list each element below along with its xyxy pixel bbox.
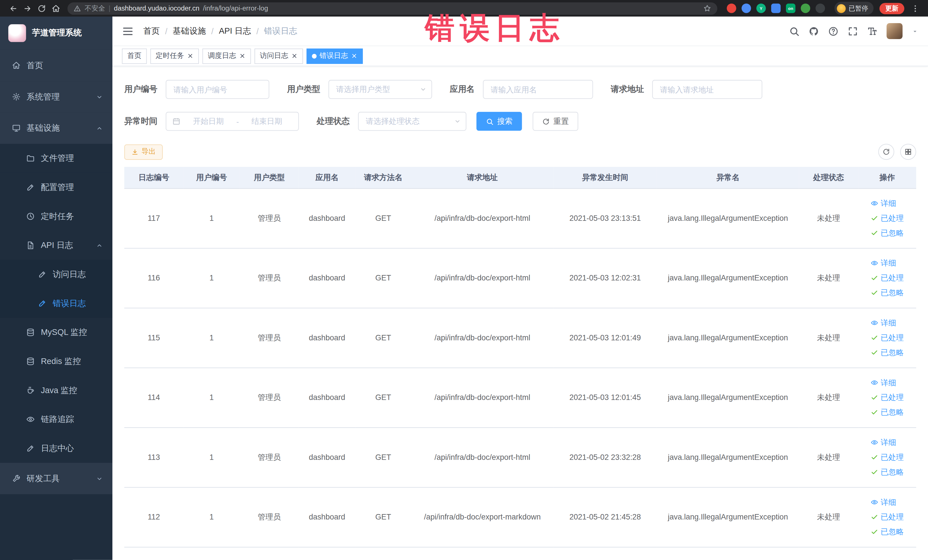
sidebar-item-java[interactable]: Java 监控 xyxy=(0,376,112,405)
table-row: 1141管理员dashboardGET/api/infra/db-doc/exp… xyxy=(124,368,916,427)
column-settings-button[interactable] xyxy=(900,144,916,160)
export-button[interactable]: 导出 xyxy=(124,144,163,159)
extension-icon-on-badge[interactable]: on xyxy=(786,3,795,13)
caret-down-icon[interactable] xyxy=(911,27,919,35)
detail-link[interactable]: 详细 xyxy=(871,495,904,510)
sidebar-item-infra[interactable]: 基础设施 xyxy=(0,112,112,144)
detail-link[interactable]: 详细 xyxy=(871,316,904,330)
refresh-table-button[interactable] xyxy=(878,144,894,160)
browser-home-button[interactable] xyxy=(49,1,63,15)
process-status-label: 处理状态 xyxy=(317,116,350,127)
mark-ignored-link[interactable]: 已忽略 xyxy=(871,225,904,240)
db-icon xyxy=(26,357,35,366)
date-range-picker[interactable]: 开始日期 - 结束日期 xyxy=(166,112,299,131)
detail-link[interactable]: 详细 xyxy=(871,435,904,450)
column-header-method: 请求方法名 xyxy=(355,167,411,188)
browser-reload-button[interactable] xyxy=(34,1,49,15)
detail-link[interactable]: 详细 xyxy=(871,196,904,211)
sidebar-item-access-log[interactable]: 访问日志 xyxy=(0,260,112,289)
table-toolbar: 导出 xyxy=(124,144,916,160)
extension-icon-green-tree[interactable] xyxy=(801,3,810,13)
logo-avatar xyxy=(8,24,26,42)
mark-processed-link[interactable]: 已处理 xyxy=(871,211,904,226)
action-label: 详细 xyxy=(881,196,896,211)
mark-processed-link[interactable]: 已处理 xyxy=(871,450,904,465)
breadcrumb-item[interactable]: 基础设施 xyxy=(173,26,206,36)
close-tab-icon[interactable] xyxy=(351,53,357,60)
sidebar-item-system[interactable]: 系统管理 xyxy=(0,81,112,112)
close-tab-icon[interactable] xyxy=(239,53,246,60)
extension-icon-blue-grid[interactable] xyxy=(771,3,780,13)
edit-icon xyxy=(38,299,47,308)
mark-ignored-link[interactable]: 已忽略 xyxy=(871,345,904,360)
browser-menu-button[interactable] xyxy=(908,1,922,15)
tab-error-log[interactable]: 错误日志 xyxy=(307,48,363,64)
extension-icon-red[interactable] xyxy=(727,3,736,13)
mark-ignored-link[interactable]: 已忽略 xyxy=(871,285,904,300)
eye-icon xyxy=(871,259,878,267)
sidebar-item-file[interactable]: 文件管理 xyxy=(0,144,112,173)
cell-status: 未处理 xyxy=(799,248,858,308)
tab-home[interactable]: 首页 xyxy=(122,48,147,64)
check-icon xyxy=(871,513,878,521)
search-icon[interactable] xyxy=(789,26,799,36)
font-size-icon[interactable] xyxy=(867,26,878,36)
sidebar-item-redis[interactable]: Redis 监控 xyxy=(0,347,112,376)
user-avatar[interactable] xyxy=(887,23,903,39)
mark-processed-link[interactable]: 已处理 xyxy=(871,330,904,345)
hamburger-menu-icon[interactable] xyxy=(122,25,133,37)
app-name-input[interactable] xyxy=(483,80,593,99)
breadcrumb-item[interactable]: 首页 xyxy=(143,26,160,36)
eye-icon xyxy=(26,415,35,424)
mark-ignored-link[interactable]: 已忽略 xyxy=(871,524,904,539)
mark-ignored-link[interactable]: 已忽略 xyxy=(871,465,904,479)
browser-update-button[interactable]: 更新 xyxy=(879,3,904,14)
fullscreen-icon[interactable] xyxy=(847,26,858,36)
mark-processed-link[interactable]: 已处理 xyxy=(871,270,904,285)
cell-actions: 详细已处理已忽略 xyxy=(858,248,916,308)
cell-app-name: dashboard xyxy=(299,427,355,487)
check-icon xyxy=(871,453,878,461)
github-icon[interactable] xyxy=(809,26,819,36)
search-button[interactable]: 搜索 xyxy=(476,112,522,131)
reset-button[interactable]: 重置 xyxy=(533,112,578,131)
extension-icon-dark-paw[interactable] xyxy=(816,3,825,13)
sidebar-item-error-log[interactable]: 错误日志 xyxy=(0,289,112,318)
tab-job-log[interactable]: 调度日志 xyxy=(203,48,251,64)
help-icon[interactable] xyxy=(828,26,838,36)
sidebar-item-mysql[interactable]: MySQL 监控 xyxy=(0,318,112,347)
edit-icon xyxy=(26,183,35,192)
tab-access-log[interactable]: 访问日志 xyxy=(255,48,303,64)
request-url-input[interactable] xyxy=(652,80,762,99)
address-bar[interactable]: 不安全 | dashboard.yudao.iocoder.cn/infra/l… xyxy=(68,2,717,15)
mark-processed-link[interactable]: 已处理 xyxy=(871,510,904,524)
mark-processed-link[interactable]: 已处理 xyxy=(871,390,904,405)
cell-user-id: 1 xyxy=(183,368,240,427)
detail-link[interactable]: 详细 xyxy=(871,256,904,270)
extension-icon-blue-drop[interactable] xyxy=(742,3,751,13)
sidebar-item-trace[interactable]: 链路追踪 xyxy=(0,405,112,434)
extension-icon-teal-y[interactable]: Y xyxy=(756,3,766,13)
sidebar-item-home[interactable]: 首页 xyxy=(0,50,112,81)
sidebar-item-job[interactable]: 定时任务 xyxy=(0,202,112,231)
logo[interactable]: 芋道管理系统 xyxy=(0,17,112,50)
sidebar-item-dev-tools[interactable]: 研发工具 xyxy=(0,463,112,494)
sidebar-item-log-center[interactable]: 日志中心 xyxy=(0,434,112,463)
cell-user-type: 管理员 xyxy=(240,308,299,368)
mark-ignored-link[interactable]: 已忽略 xyxy=(871,405,904,420)
sidebar-item-api-log[interactable]: API 日志 xyxy=(0,231,112,260)
sidebar-item-config[interactable]: 配置管理 xyxy=(0,173,112,202)
process-status-select[interactable]: 请选择处理状态 xyxy=(358,112,466,131)
bookmark-star-icon[interactable] xyxy=(703,4,711,12)
close-tab-icon[interactable] xyxy=(187,53,194,60)
detail-link[interactable]: 详细 xyxy=(871,375,904,390)
browser-back-button[interactable] xyxy=(6,1,20,15)
browser-forward-button[interactable] xyxy=(20,1,35,15)
cell-status: 未处理 xyxy=(799,188,858,248)
breadcrumb-item[interactable]: API 日志 xyxy=(219,26,251,36)
tab-job[interactable]: 定时任务 xyxy=(150,48,199,64)
user-type-select[interactable]: 请选择用户类型 xyxy=(328,80,432,99)
close-tab-icon[interactable] xyxy=(291,53,298,60)
user-id-input[interactable] xyxy=(166,80,269,99)
browser-profile-chip[interactable]: 已暂停 xyxy=(835,2,873,15)
